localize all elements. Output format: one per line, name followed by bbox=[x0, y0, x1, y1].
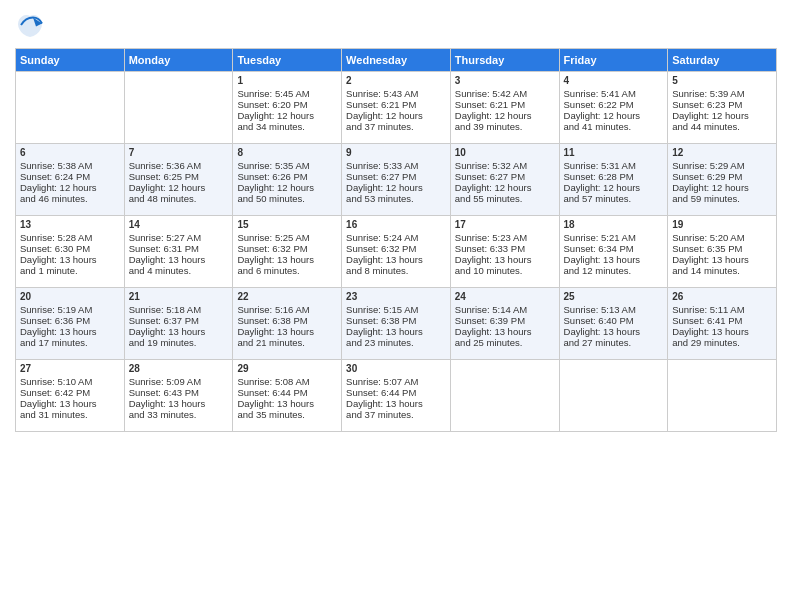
header-cell-sunday: Sunday bbox=[16, 49, 125, 72]
day-number: 3 bbox=[455, 75, 555, 86]
day-info-line: Sunset: 6:34 PM bbox=[564, 243, 664, 254]
calendar-cell: 7Sunrise: 5:36 AMSunset: 6:25 PMDaylight… bbox=[124, 144, 233, 216]
day-number: 17 bbox=[455, 219, 555, 230]
day-info-line: and 55 minutes. bbox=[455, 193, 555, 204]
day-info-line: Daylight: 13 hours bbox=[129, 326, 229, 337]
calendar-cell: 6Sunrise: 5:38 AMSunset: 6:24 PMDaylight… bbox=[16, 144, 125, 216]
day-info-line: Sunset: 6:36 PM bbox=[20, 315, 120, 326]
day-info-line: Sunset: 6:29 PM bbox=[672, 171, 772, 182]
day-info-line: Sunset: 6:38 PM bbox=[237, 315, 337, 326]
day-info-line: and 1 minute. bbox=[20, 265, 120, 276]
day-info-line: Sunset: 6:27 PM bbox=[346, 171, 446, 182]
header-cell-friday: Friday bbox=[559, 49, 668, 72]
day-number: 30 bbox=[346, 363, 446, 374]
calendar-cell bbox=[668, 360, 777, 432]
day-info-line: and 12 minutes. bbox=[564, 265, 664, 276]
day-info-line: and 53 minutes. bbox=[346, 193, 446, 204]
page: SundayMondayTuesdayWednesdayThursdayFrid… bbox=[0, 0, 792, 612]
day-info-line: Sunrise: 5:18 AM bbox=[129, 304, 229, 315]
day-info-line: Daylight: 12 hours bbox=[346, 182, 446, 193]
day-info-line: Sunset: 6:40 PM bbox=[564, 315, 664, 326]
week-row-2: 6Sunrise: 5:38 AMSunset: 6:24 PMDaylight… bbox=[16, 144, 777, 216]
day-info-line: Daylight: 13 hours bbox=[346, 326, 446, 337]
day-info-line: Sunrise: 5:28 AM bbox=[20, 232, 120, 243]
day-info-line: and 10 minutes. bbox=[455, 265, 555, 276]
calendar-cell: 11Sunrise: 5:31 AMSunset: 6:28 PMDayligh… bbox=[559, 144, 668, 216]
day-number: 2 bbox=[346, 75, 446, 86]
day-info-line: Daylight: 13 hours bbox=[20, 398, 120, 409]
calendar-cell: 30Sunrise: 5:07 AMSunset: 6:44 PMDayligh… bbox=[342, 360, 451, 432]
day-info-line: Sunset: 6:25 PM bbox=[129, 171, 229, 182]
day-info-line: Daylight: 13 hours bbox=[346, 254, 446, 265]
calendar-cell: 2Sunrise: 5:43 AMSunset: 6:21 PMDaylight… bbox=[342, 72, 451, 144]
day-info-line: Sunset: 6:27 PM bbox=[455, 171, 555, 182]
day-info-line: Sunset: 6:44 PM bbox=[346, 387, 446, 398]
day-info-line: Sunset: 6:41 PM bbox=[672, 315, 772, 326]
calendar-cell: 19Sunrise: 5:20 AMSunset: 6:35 PMDayligh… bbox=[668, 216, 777, 288]
logo bbox=[15, 10, 49, 40]
header bbox=[15, 10, 777, 40]
day-info-line: Sunrise: 5:24 AM bbox=[346, 232, 446, 243]
day-info-line: Sunrise: 5:08 AM bbox=[237, 376, 337, 387]
day-number: 14 bbox=[129, 219, 229, 230]
day-info-line: and 35 minutes. bbox=[237, 409, 337, 420]
week-row-5: 27Sunrise: 5:10 AMSunset: 6:42 PMDayligh… bbox=[16, 360, 777, 432]
calendar-cell bbox=[16, 72, 125, 144]
day-info-line: and 21 minutes. bbox=[237, 337, 337, 348]
day-info-line: Sunset: 6:22 PM bbox=[564, 99, 664, 110]
day-number: 7 bbox=[129, 147, 229, 158]
calendar-cell: 22Sunrise: 5:16 AMSunset: 6:38 PMDayligh… bbox=[233, 288, 342, 360]
day-info-line: and 33 minutes. bbox=[129, 409, 229, 420]
header-cell-thursday: Thursday bbox=[450, 49, 559, 72]
day-info-line: Sunset: 6:30 PM bbox=[20, 243, 120, 254]
day-info-line: Sunrise: 5:19 AM bbox=[20, 304, 120, 315]
day-info-line: Sunrise: 5:07 AM bbox=[346, 376, 446, 387]
calendar-cell bbox=[124, 72, 233, 144]
day-info-line: Sunset: 6:32 PM bbox=[346, 243, 446, 254]
day-number: 10 bbox=[455, 147, 555, 158]
day-info-line: Sunrise: 5:31 AM bbox=[564, 160, 664, 171]
calendar-cell: 25Sunrise: 5:13 AMSunset: 6:40 PMDayligh… bbox=[559, 288, 668, 360]
day-info-line: Sunrise: 5:15 AM bbox=[346, 304, 446, 315]
calendar-cell: 21Sunrise: 5:18 AMSunset: 6:37 PMDayligh… bbox=[124, 288, 233, 360]
header-cell-saturday: Saturday bbox=[668, 49, 777, 72]
calendar-cell: 23Sunrise: 5:15 AMSunset: 6:38 PMDayligh… bbox=[342, 288, 451, 360]
day-info-line: Daylight: 12 hours bbox=[455, 182, 555, 193]
day-info-line: and 46 minutes. bbox=[20, 193, 120, 204]
day-info-line: and 27 minutes. bbox=[564, 337, 664, 348]
day-info-line: Daylight: 13 hours bbox=[455, 326, 555, 337]
day-info-line: and 29 minutes. bbox=[672, 337, 772, 348]
day-number: 15 bbox=[237, 219, 337, 230]
calendar-cell: 9Sunrise: 5:33 AMSunset: 6:27 PMDaylight… bbox=[342, 144, 451, 216]
day-info-line: Sunrise: 5:21 AM bbox=[564, 232, 664, 243]
header-cell-tuesday: Tuesday bbox=[233, 49, 342, 72]
calendar-cell: 18Sunrise: 5:21 AMSunset: 6:34 PMDayligh… bbox=[559, 216, 668, 288]
day-number: 24 bbox=[455, 291, 555, 302]
day-info-line: Sunset: 6:35 PM bbox=[672, 243, 772, 254]
day-number: 16 bbox=[346, 219, 446, 230]
day-info-line: Sunset: 6:33 PM bbox=[455, 243, 555, 254]
day-info-line: Daylight: 12 hours bbox=[672, 182, 772, 193]
calendar-cell: 26Sunrise: 5:11 AMSunset: 6:41 PMDayligh… bbox=[668, 288, 777, 360]
calendar-cell: 14Sunrise: 5:27 AMSunset: 6:31 PMDayligh… bbox=[124, 216, 233, 288]
day-info-line: Daylight: 13 hours bbox=[564, 254, 664, 265]
day-info-line: Sunset: 6:39 PM bbox=[455, 315, 555, 326]
day-number: 13 bbox=[20, 219, 120, 230]
day-info-line: Daylight: 13 hours bbox=[20, 326, 120, 337]
day-info-line: Sunrise: 5:36 AM bbox=[129, 160, 229, 171]
header-cell-monday: Monday bbox=[124, 49, 233, 72]
calendar-cell: 27Sunrise: 5:10 AMSunset: 6:42 PMDayligh… bbox=[16, 360, 125, 432]
day-info-line: Sunrise: 5:10 AM bbox=[20, 376, 120, 387]
week-row-4: 20Sunrise: 5:19 AMSunset: 6:36 PMDayligh… bbox=[16, 288, 777, 360]
day-info-line: Daylight: 13 hours bbox=[564, 326, 664, 337]
day-info-line: Sunset: 6:23 PM bbox=[672, 99, 772, 110]
calendar-cell: 28Sunrise: 5:09 AMSunset: 6:43 PMDayligh… bbox=[124, 360, 233, 432]
day-info-line: Sunset: 6:42 PM bbox=[20, 387, 120, 398]
day-info-line: and 4 minutes. bbox=[129, 265, 229, 276]
day-info-line: Daylight: 12 hours bbox=[237, 182, 337, 193]
day-info-line: and 31 minutes. bbox=[20, 409, 120, 420]
day-info-line: Sunset: 6:38 PM bbox=[346, 315, 446, 326]
day-info-line: and 37 minutes. bbox=[346, 409, 446, 420]
calendar-cell bbox=[559, 360, 668, 432]
day-info-line: Daylight: 12 hours bbox=[564, 110, 664, 121]
